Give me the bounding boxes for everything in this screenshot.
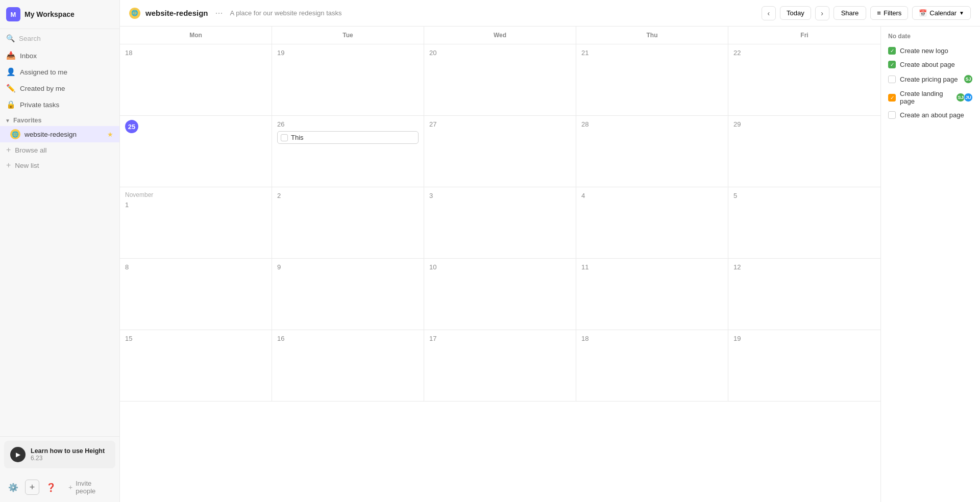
topbar: 🌐 website-redesign ··· A place for our w… <box>120 0 980 27</box>
no-date-panel: No date Create new logo Create about pag… <box>880 27 980 502</box>
add-icon[interactable]: + <box>25 480 39 495</box>
browse-all-item[interactable]: + Browse all <box>0 142 119 158</box>
cell-nov8[interactable]: 8 <box>120 259 272 330</box>
chevron-down-icon: ▼ <box>5 118 10 123</box>
task-create-an-about-page[interactable]: Create an about page <box>881 108 980 122</box>
task-input-field[interactable] <box>291 134 415 141</box>
search-bar[interactable]: 🔍 Search <box>0 29 119 47</box>
task-label-2: Create about page <box>900 61 973 68</box>
calendar-chevron-icon: ▼ <box>959 10 964 16</box>
sidebar-item-private[interactable]: 🔒 Private tasks <box>0 96 119 113</box>
cell-21[interactable]: 21 <box>576 44 728 115</box>
task-checkbox-5[interactable] <box>888 111 896 119</box>
task-create-new-logo[interactable]: Create new logo <box>881 44 980 58</box>
more-options-icon[interactable]: ··· <box>213 7 225 19</box>
week-row-2: 25 26 27 28 29 <box>120 116 880 187</box>
task-checkbox-2[interactable] <box>888 61 896 68</box>
cell-27[interactable]: 27 <box>424 116 576 187</box>
created-icon: ✏️ <box>6 84 15 93</box>
sidebar-item-assigned[interactable]: 👤 Assigned to me <box>0 64 119 80</box>
cell-nov19[interactable]: 19 <box>728 330 880 401</box>
today-button[interactable]: Today <box>780 6 811 20</box>
header-tue: Tue <box>272 27 424 44</box>
week-row-4: 8 9 10 11 12 <box>120 259 880 330</box>
cell-28[interactable]: 28 <box>576 116 728 187</box>
cell-nov18[interactable]: 18 <box>576 330 728 401</box>
cell-nov1[interactable]: November 1 <box>120 187 272 258</box>
sidebar: M My Workspace 🔍 Search 📥 Inbox 👤 Assign… <box>0 0 120 502</box>
task-create-about-page[interactable]: Create about page <box>881 58 980 71</box>
created-label: Created by me <box>20 85 65 92</box>
invite-button[interactable]: + Invite people <box>64 478 113 497</box>
cell-nov9[interactable]: 9 <box>272 259 424 330</box>
sidebar-footer: ▶ Learn how to use Height 6.23 ⚙️ + ❓ + … <box>0 436 119 502</box>
task-label-4: Create landing page <box>900 90 953 105</box>
task-checkbox-4[interactable] <box>888 94 896 102</box>
settings-icon[interactable]: ⚙️ <box>6 480 20 495</box>
header-mon: Mon <box>120 27 272 44</box>
sidebar-nav: 📥 Inbox 👤 Assigned to me ✏️ Created by m… <box>0 47 119 113</box>
learn-box[interactable]: ▶ Learn how to use Height 6.23 <box>4 441 115 468</box>
week-row-5: 15 16 17 18 19 <box>120 330 880 401</box>
filters-button[interactable]: ≡ Filters <box>870 6 908 20</box>
task-checkbox[interactable] <box>281 134 288 141</box>
share-button[interactable]: Share <box>834 6 867 20</box>
cell-20[interactable]: 20 <box>424 44 576 115</box>
calendar-wrapper: Mon Tue Wed Thu Fri 18 19 20 21 22 <box>120 27 980 502</box>
sidebar-item-created[interactable]: ✏️ Created by me <box>0 80 119 96</box>
help-icon[interactable]: ❓ <box>44 480 58 495</box>
cell-nov4[interactable]: 4 <box>576 187 728 258</box>
task-checkbox-3[interactable] <box>888 76 896 83</box>
topbar-list-icon: 🌐 <box>129 8 140 19</box>
new-list-plus-icon: + <box>6 161 11 170</box>
workspace-header[interactable]: M My Workspace <box>0 0 119 29</box>
new-list-item[interactable]: + New list <box>0 158 119 173</box>
sidebar-item-website-redesign[interactable]: 🌐 website-redesign ★ <box>0 126 119 142</box>
prev-button[interactable]: ‹ <box>762 6 776 20</box>
cell-nov3[interactable]: 3 <box>424 187 576 258</box>
cell-nov10[interactable]: 10 <box>424 259 576 330</box>
week-row-1: 18 19 20 21 22 <box>120 44 880 116</box>
calendar-icon: 📅 <box>919 9 927 17</box>
header-fri: Fri <box>728 27 880 44</box>
cell-nov12[interactable]: 12 <box>728 259 880 330</box>
lock-icon: 🔒 <box>6 100 15 109</box>
task-create-landing-page[interactable]: Create landing page SJ JU <box>881 87 980 108</box>
cell-25[interactable]: 25 <box>120 116 272 187</box>
search-label: Search <box>19 35 41 42</box>
cell-nov2[interactable]: 2 <box>272 187 424 258</box>
play-icon: ▶ <box>10 447 26 462</box>
cell-nov15[interactable]: 15 <box>120 330 272 401</box>
calendar-grid: 18 19 20 21 22 25 26 <box>120 44 880 502</box>
next-button[interactable]: › <box>815 6 829 20</box>
sidebar-item-inbox[interactable]: 📥 Inbox <box>0 47 119 64</box>
cell-26[interactable]: 26 <box>272 116 424 187</box>
inbox-icon: 📥 <box>6 51 15 60</box>
cell-nov5[interactable]: 5 <box>728 187 880 258</box>
task-input-row[interactable] <box>277 131 419 144</box>
cell-nov11[interactable]: 11 <box>576 259 728 330</box>
favorites-label: Favorites <box>13 117 42 124</box>
workspace-title: My Workspace <box>24 10 75 18</box>
cell-29[interactable]: 29 <box>728 116 880 187</box>
cell-18[interactable]: 18 <box>120 44 272 115</box>
cell-nov17[interactable]: 17 <box>424 330 576 401</box>
cell-22[interactable]: 22 <box>728 44 880 115</box>
star-icon: ★ <box>107 131 113 138</box>
favorites-header[interactable]: ▼ Favorites <box>0 113 119 126</box>
calendar-button[interactable]: 📅 Calendar ▼ <box>912 6 971 20</box>
workspace-avatar: M <box>6 7 20 21</box>
cell-nov16[interactable]: 16 <box>272 330 424 401</box>
new-list-label: New list <box>15 162 39 169</box>
no-date-title: No date <box>881 33 980 44</box>
november-label: November <box>125 191 266 198</box>
website-redesign-label: website-redesign <box>24 131 77 138</box>
header-wed: Wed <box>424 27 576 44</box>
task-checkbox-1[interactable] <box>888 47 896 55</box>
search-icon: 🔍 <box>6 34 15 42</box>
invite-label: Invite people <box>76 480 109 495</box>
inbox-label: Inbox <box>20 52 37 60</box>
cell-19[interactable]: 19 <box>272 44 424 115</box>
task-create-pricing-page[interactable]: Create pricing page SJ <box>881 71 980 87</box>
learn-title: Learn how to use Height <box>31 447 105 455</box>
